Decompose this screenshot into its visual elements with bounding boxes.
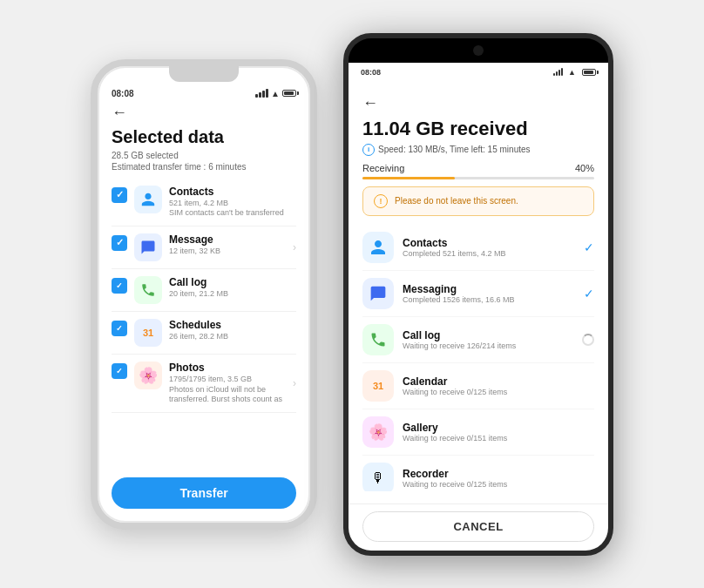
arrow-icon: › [293, 241, 296, 253]
messaging-icon [362, 278, 394, 309]
checkbox-schedules[interactable]: ✓ [112, 321, 127, 336]
signal-icon [553, 68, 563, 76]
iphone-screen: 08:08 ▲ ← Selected data 28.5 GB selected… [98, 66, 310, 523]
recorder-icon: 🎙 [362, 463, 394, 491]
call-icon [134, 276, 162, 304]
checkbox-calllog[interactable]: ✓ [112, 278, 127, 294]
calendar-info: Calendar Waiting to receive 0/125 items [403, 375, 594, 396]
progress-bar-background [362, 177, 594, 179]
cancel-button[interactable]: CANCEL [362, 511, 594, 542]
status-bar: 08:08 ▲ [112, 85, 296, 104]
speed-info: i Speed: 130 MB/s, Time left: 15 minutes [362, 144, 594, 156]
message-icon [134, 233, 162, 261]
list-item[interactable]: ✓ Contacts 521 item, 4.2 MB SIM contacts… [112, 179, 296, 226]
wifi-icon: ▲ [568, 68, 576, 77]
warning-banner: ! Please do not leave this screen. [362, 186, 594, 216]
data-items-list: ✓ Contacts 521 item, 4.2 MB SIM contacts… [112, 179, 296, 469]
done-check-icon: ✓ [584, 240, 594, 254]
wifi-icon: ▲ [271, 89, 280, 98]
contacts-info: Contacts Completed 521 items, 4.2 MB [403, 237, 575, 258]
cancel-btn-wrap: CANCEL [349, 504, 608, 551]
loading-spinner-icon [582, 334, 594, 346]
battery-icon [582, 69, 596, 76]
messaging-info: Messaging Completed 1526 items, 16.6 MB [403, 283, 575, 304]
selected-size: 28.5 GB selected [112, 151, 296, 160]
message-info: Message 12 item, 32 KB [169, 233, 286, 257]
list-item[interactable]: ✓ 🌸 Photos 1795/1795 item, 3.5 GB Photos… [112, 355, 296, 413]
iphone-device: 08:08 ▲ ← Selected data 28.5 GB selected… [91, 59, 317, 530]
gallery-icon: 🌸 [362, 416, 394, 448]
photos-info: Photos 1795/1795 item, 3.5 GB Photos on … [169, 362, 286, 405]
list-item: 🎙 Recorder Waiting to receive 0/125 item… [362, 456, 594, 491]
progress-label: Receiving [362, 163, 404, 173]
calllog-icon [362, 324, 394, 355]
calendar-icon: 31 [362, 370, 394, 402]
recorder-info: Recorder Waiting to receive 0/125 items [403, 468, 594, 489]
contacts-icon [134, 186, 162, 213]
calllog-info: Call log Waiting to receive 126/214 item… [403, 329, 573, 350]
checkbox-contacts[interactable]: ✓ [112, 187, 127, 203]
gallery-info: Gallery Waiting to receive 0/151 items [403, 422, 594, 443]
signal-icon [255, 89, 268, 98]
checkbox-message[interactable]: ✓ [112, 235, 127, 251]
android-time: 08:08 [361, 68, 381, 77]
arrow-icon: › [293, 377, 296, 389]
back-button[interactable]: ← [112, 104, 296, 122]
android-notch [349, 38, 608, 63]
list-item: Contacts Completed 521 items, 4.2 MB ✓ [362, 225, 594, 271]
contacts-icon [362, 232, 394, 263]
schedules-info: Schedules 26 item, 28.2 MB [169, 319, 296, 342]
android-screen: ← 11.04 GB received i Speed: 130 MB/s, T… [349, 82, 608, 551]
transfer-button[interactable]: Transfer [112, 477, 296, 509]
progress-bar-fill [362, 177, 455, 179]
list-item: 🌸 Gallery Waiting to receive 0/151 items [362, 409, 594, 456]
status-icons: ▲ [255, 89, 296, 98]
warning-text: Please do not leave this screen. [395, 196, 518, 206]
android-content: ← 11.04 GB received i Speed: 130 MB/s, T… [349, 82, 608, 504]
list-item: 31 Calendar Waiting to receive 0/125 ite… [362, 363, 594, 409]
list-item: Call log Waiting to receive 126/214 item… [362, 317, 594, 363]
android-status-bar: 08:08 ▲ [349, 63, 608, 82]
iphone-notch [169, 66, 239, 82]
android-device: 08:08 ▲ ← 11.04 GB received i Speed: 130 [343, 33, 613, 556]
speed-text: Speed: 130 MB/s, Time left: 15 minutes [378, 145, 531, 154]
list-item[interactable]: ✓ Message 12 item, 32 KB › [112, 226, 296, 269]
photos-icon: 🌸 [134, 362, 162, 389]
camera-hole [473, 45, 484, 56]
schedule-icon: 31 [134, 319, 162, 347]
received-title: 11.04 GB received [362, 118, 594, 140]
done-check-icon: ✓ [584, 287, 594, 301]
battery-icon [282, 90, 296, 97]
page-title: Selected data [112, 127, 296, 147]
receiving-list: Contacts Completed 521 items, 4.2 MB ✓ M… [362, 225, 594, 491]
progress-row: Receiving 40% [362, 163, 594, 173]
warning-icon: ! [374, 194, 388, 208]
list-item: Messaging Completed 1526 items, 16.6 MB … [362, 271, 594, 317]
progress-pct: 40% [575, 163, 594, 173]
list-item[interactable]: ✓ 31 Schedules 26 item, 28.2 MB [112, 312, 296, 355]
transfer-time: Estimated transfer time : 6 minutes [112, 162, 296, 172]
contacts-info: Contacts 521 item, 4.2 MB SIM contacts c… [169, 186, 296, 219]
checkbox-photos[interactable]: ✓ [112, 363, 127, 379]
calllog-info: Call log 20 item, 21.2 MB [169, 276, 296, 300]
android-status-icons: ▲ [553, 68, 596, 77]
list-item[interactable]: ✓ Call log 20 item, 21.2 MB [112, 269, 296, 312]
time-display: 08:08 [112, 89, 134, 98]
info-icon: i [362, 144, 375, 156]
back-button[interactable]: ← [362, 94, 594, 112]
